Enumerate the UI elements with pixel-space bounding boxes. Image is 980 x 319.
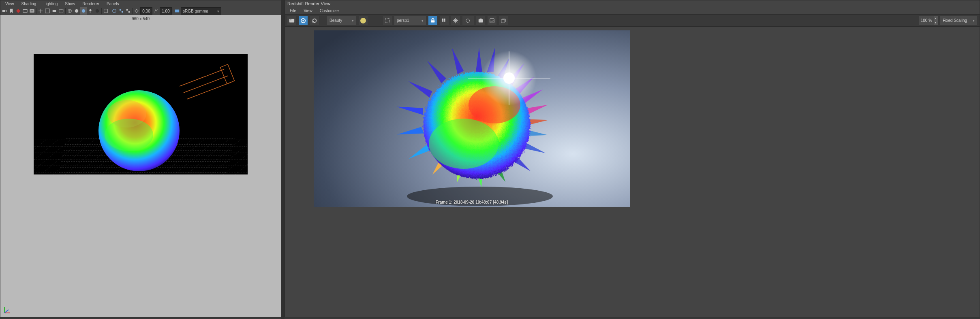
lock-camera-button[interactable] — [428, 16, 437, 25]
select-camera-icon[interactable] — [1, 7, 8, 15]
freeze-button[interactable] — [451, 16, 460, 25]
svg-point-8 — [75, 9, 79, 13]
bucket-grid-button[interactable] — [440, 16, 449, 25]
wireframe-icon[interactable] — [66, 7, 73, 15]
svg-rect-34 — [444, 20, 445, 22]
toolbar-separator — [65, 7, 66, 15]
xray-joints-icon[interactable] — [118, 7, 124, 15]
isolate-select-icon[interactable] — [103, 7, 109, 15]
svg-point-9 — [82, 9, 86, 13]
zoom-value: 100 % — [919, 18, 934, 23]
menu-show[interactable]: Show — [62, 1, 78, 6]
svg-rect-3 — [31, 10, 34, 11]
film-gate-icon[interactable] — [29, 7, 35, 15]
camera-dropdown[interactable]: persp1 — [394, 16, 426, 25]
svg-rect-29 — [385, 18, 390, 23]
svg-rect-0 — [2, 10, 5, 12]
svg-rect-33 — [442, 20, 444, 22]
image-plane-icon[interactable] — [22, 7, 28, 15]
svg-point-13 — [113, 9, 116, 13]
redshift-render-image: Frame 1: 2018-09-20 10:48:07 [48.94s] — [314, 30, 630, 207]
svg-point-24 — [105, 119, 153, 151]
chevron-down-icon — [212, 9, 219, 13]
redshift-render-view-panel: Redshift Render View File View Customize… — [285, 0, 980, 317]
chevron-down-icon — [967, 18, 975, 23]
camera-label: persp1 — [397, 18, 409, 23]
view-transform-label: sRGB gamma — [183, 9, 208, 13]
gamma-value[interactable]: 1.00 — [160, 7, 172, 15]
svg-point-18 — [135, 10, 138, 13]
svg-rect-26 — [290, 19, 292, 20]
scaling-mode-dropdown[interactable]: Fixed Scaling — [940, 16, 977, 25]
aov-label: Beauty — [330, 18, 342, 23]
toolbar-separator — [101, 7, 102, 15]
resolution-gate-icon[interactable] — [44, 7, 51, 15]
redshift-titlebar: Redshift Render View — [285, 0, 980, 7]
spinbox-arrows-icon[interactable] — [934, 16, 938, 25]
svg-rect-31 — [442, 18, 444, 20]
maya-viewport[interactable]: 960 x 540 — [0, 15, 281, 317]
svg-point-28 — [302, 20, 304, 21]
zoom-spinbox[interactable]: 100 % — [919, 16, 938, 25]
menu-shading[interactable]: Shading — [18, 1, 40, 6]
toolbar-separator — [109, 7, 111, 15]
toolbar-separator — [172, 7, 173, 15]
svg-rect-12 — [104, 9, 108, 13]
svg-rect-25 — [289, 19, 294, 22]
menu-lighting[interactable]: Lighting — [40, 1, 61, 6]
color-management-icon[interactable] — [174, 7, 180, 15]
menu-view[interactable]: View — [2, 1, 17, 6]
redshift-viewport[interactable]: Frame 1: 2018-09-20 10:48:07 [48.94s] — [285, 27, 980, 317]
svg-rect-36 — [479, 19, 483, 22]
redshift-menubar: File View Customize — [285, 7, 980, 15]
bookmark-icon[interactable] — [8, 7, 15, 15]
svg-rect-30 — [431, 20, 435, 22]
svg-rect-16 — [126, 9, 128, 11]
aov-color-swatch[interactable] — [359, 16, 368, 25]
chevron-down-icon — [416, 18, 424, 23]
scaling-mode-label: Fixed Scaling — [943, 18, 967, 23]
panel-gutter[interactable] — [281, 0, 285, 319]
toolbar-separator — [36, 7, 37, 15]
textured-icon[interactable] — [80, 7, 87, 15]
exposure-icon[interactable] — [133, 7, 140, 15]
refresh-button[interactable] — [310, 16, 319, 25]
aov-menu-chevron[interactable] — [370, 16, 375, 25]
viewport-render-frame — [34, 54, 248, 174]
save-multilayer-button[interactable] — [499, 16, 508, 25]
channel-dropdown[interactable] — [462, 16, 474, 25]
svg-rect-32 — [444, 18, 445, 20]
menu-panels[interactable]: Panels — [103, 1, 122, 6]
menu-renderer[interactable]: Renderer — [79, 1, 103, 6]
svg-rect-1 — [23, 10, 27, 13]
svg-point-10 — [89, 9, 91, 11]
svg-rect-17 — [128, 11, 130, 13]
menu-customize[interactable]: Customize — [317, 8, 342, 13]
menu-file[interactable]: File — [287, 8, 300, 13]
chevron-down-icon — [346, 18, 354, 23]
menu-view[interactable]: View — [300, 8, 316, 13]
use-all-lights-icon[interactable] — [87, 7, 94, 15]
maya-viewport-menubar: View Shading Lighting Show Renderer Pane… — [0, 0, 281, 7]
components-icon[interactable] — [125, 7, 131, 15]
xray-icon[interactable] — [111, 7, 118, 15]
axis-gizmo-icon — [3, 305, 13, 315]
render-button[interactable] — [287, 16, 296, 25]
svg-point-35 — [466, 19, 470, 22]
shadows-icon[interactable] — [94, 7, 101, 15]
render-region-button[interactable] — [383, 16, 392, 25]
shaded-grid-icon[interactable] — [37, 7, 44, 15]
safe-action-icon[interactable] — [58, 7, 64, 15]
aov-dropdown[interactable]: Beauty — [327, 16, 356, 25]
gamma-icon[interactable] — [153, 7, 159, 15]
smooth-shade-icon[interactable] — [73, 7, 80, 15]
view-transform-dropdown[interactable]: sRGB gamma — [181, 7, 221, 15]
exposure-value[interactable]: 0.00 — [140, 7, 152, 15]
ipr-start-button[interactable] — [299, 16, 308, 25]
snapshot-button[interactable] — [476, 16, 485, 25]
gate-mask-icon[interactable] — [51, 7, 58, 15]
keyframe-icon[interactable] — [15, 7, 21, 15]
save-image-button[interactable] — [488, 16, 496, 25]
svg-point-44 — [429, 119, 499, 169]
maya-viewport-toolbar: 0.00 1.00 sRGB gamma — [0, 7, 281, 15]
